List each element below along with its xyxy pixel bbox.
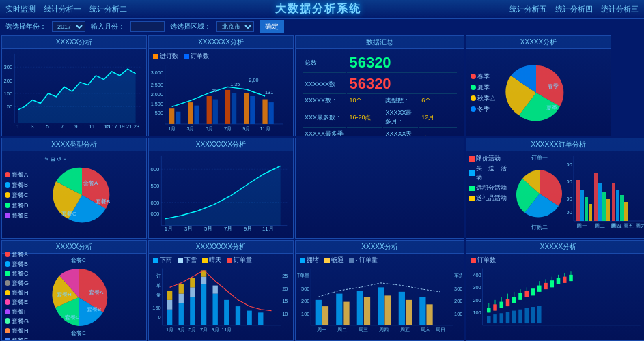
svg-rect-205	[524, 308, 529, 323]
svg-text:2,500: 2,500	[151, 82, 163, 88]
svg-rect-34	[213, 100, 218, 124]
svg-rect-188	[537, 286, 542, 292]
svg-rect-194	[557, 278, 561, 284]
svg-text:7月: 7月	[200, 327, 208, 333]
svg-text:订单量: 订单量	[297, 272, 309, 278]
svg-rect-203	[512, 311, 516, 323]
svg-rect-149	[343, 302, 349, 325]
panel-content-9: 下雨 下雪 晴天 订单量 订 单 量 150 0 25 20 15 10	[149, 254, 293, 341]
region-select[interactable]: 北京市上海市	[216, 21, 254, 32]
svg-text:单: 单	[156, 282, 161, 288]
panel-title-9: XXXXXXXX分析	[149, 241, 293, 254]
region-label: 选选择区域：	[170, 22, 211, 31]
svg-text:10: 10	[282, 311, 288, 317]
svg-rect-152	[378, 287, 384, 325]
nav-line-analysis[interactable]: 线计分析一	[44, 4, 81, 14]
svg-rect-180	[512, 297, 516, 303]
svg-text:50: 50	[7, 104, 13, 110]
svg-text:套餐B: 套餐B	[96, 198, 110, 205]
svg-text:2,000: 2,000	[567, 162, 573, 168]
svg-rect-126	[224, 300, 229, 325]
panel-title-4: XXXXX分析	[466, 36, 611, 49]
svg-text:300: 300	[3, 64, 12, 70]
nav-realtime[interactable]: 实时监测	[5, 4, 36, 14]
panel-stock-chart: XXXXX分析 订单数 400 300 200 100	[466, 240, 644, 341]
svg-rect-206	[531, 307, 535, 323]
svg-rect-186	[531, 288, 535, 295]
svg-text:周二: 周二	[594, 223, 605, 229]
svg-text:500: 500	[301, 286, 309, 292]
svg-rect-201	[500, 313, 504, 323]
svg-text:5: 5	[46, 123, 49, 130]
panel-stats: 数据汇总 总数 56320 XXXXXX数 56320 XXXXX数： 10个 …	[295, 35, 464, 136]
svg-text:套餐E: 套餐E	[71, 330, 85, 336]
panel-bar-chart: XXXXXXX分析 进订数 订单数 3,000 2,500 2,000 1,50…	[148, 35, 294, 136]
svg-text:周四: 周四	[379, 327, 389, 333]
nav-stats-2[interactable]: 统计分析二	[89, 4, 127, 14]
svg-text:7月: 7月	[224, 125, 232, 132]
svg-text:周五: 周五	[400, 327, 410, 333]
panel-content-5: 套餐A 套餐B 套餐C 套餐D 套餐E ✎ ⊞ ↺ ≡ 套餐A 套餐B 套餐C	[2, 151, 146, 239]
svg-text:11月: 11月	[221, 327, 232, 333]
panel-content-11: 订单数 400 300 200 100	[466, 254, 644, 341]
svg-text:150: 150	[3, 91, 12, 97]
svg-rect-115	[179, 303, 184, 325]
panel-meals-pie: XXXX类型分析 套餐A 套餐B 套餐C 套餐D 套餐E ✎ ⊞ ↺ ≡ 套餐A…	[1, 138, 147, 239]
svg-rect-148	[336, 294, 342, 325]
svg-rect-37	[269, 102, 274, 124]
panel-content-7: 降价活动 买一送一活动 远积分活动 送礼品活动 订单一 订购二	[466, 151, 644, 239]
svg-rect-113	[167, 300, 172, 310]
nav-stats-4[interactable]: 统计分析四	[555, 4, 593, 14]
nav-stats-3[interactable]: 统计分析三	[601, 4, 639, 14]
year-select[interactable]: 201720162018	[52, 21, 85, 32]
svg-text:周二: 周二	[337, 327, 347, 333]
svg-text:5月: 5月	[206, 125, 213, 132]
svg-text:200: 200	[473, 297, 481, 303]
svg-rect-119	[190, 287, 195, 297]
svg-text:9: 9	[74, 123, 77, 130]
svg-rect-122	[201, 277, 206, 284]
svg-text:套餐B: 套餐B	[87, 306, 101, 312]
svg-rect-90	[624, 202, 628, 221]
svg-rect-32	[176, 112, 180, 124]
svg-marker-64	[165, 166, 281, 225]
svg-rect-84	[598, 183, 602, 221]
svg-text:3月: 3月	[184, 226, 193, 232]
nav-left[interactable]: 实时监测 线计分析一 统计分析二	[5, 4, 127, 14]
svg-text:9月: 9月	[244, 226, 252, 232]
panel-pie-seasons: XXXXX分析 春季 夏季 秋季△ 冬季 春季 夏季	[466, 35, 611, 136]
panel-content-8: 套餐A 套餐B 套餐C 套餐G 套餐H 套餐E 套餐F 套餐G 套餐H 套餐E …	[2, 254, 146, 341]
svg-text:3月: 3月	[186, 125, 194, 132]
panel-content-10: 拥堵 畅通 · 订单量 订单量 500 200 100 车流量 300 200 …	[296, 254, 464, 341]
svg-rect-154	[399, 292, 405, 325]
svg-rect-156	[419, 297, 425, 325]
svg-text:150: 150	[152, 305, 160, 311]
svg-text:1月: 1月	[165, 226, 173, 232]
svg-text:订: 订	[156, 273, 161, 279]
svg-text:100: 100	[473, 310, 481, 316]
svg-text:131: 131	[265, 89, 273, 95]
svg-text:200: 200	[301, 298, 309, 304]
svg-rect-125	[212, 286, 217, 294]
month-input[interactable]	[130, 21, 165, 32]
svg-text:量: 量	[156, 292, 161, 298]
svg-text:1,000: 1,000	[150, 211, 159, 217]
svg-text:订单一: 订单一	[531, 155, 548, 161]
svg-text:200: 200	[3, 78, 12, 84]
nav-stats-5[interactable]: 统计分析五	[509, 4, 547, 14]
panel-traffic-chart: XXXXX分析 拥堵 畅通 · 订单量 订单量 500 200 100 车流量 …	[295, 240, 464, 341]
svg-text:500: 500	[567, 209, 573, 216]
panel-content-placeholder	[296, 149, 464, 237]
svg-rect-36	[250, 96, 255, 124]
svg-text:套餐C: 套餐C	[71, 257, 86, 263]
svg-rect-147	[322, 306, 328, 325]
svg-rect-184	[524, 291, 529, 297]
svg-rect-178	[506, 299, 510, 306]
svg-text:套餐H: 套餐H	[57, 291, 72, 297]
svg-rect-120	[190, 278, 195, 287]
nav-right[interactable]: 统计分析五 统计分析四 统计分析三	[509, 4, 639, 14]
svg-text:25: 25	[282, 273, 288, 279]
confirm-button[interactable]: 确定	[260, 20, 284, 33]
svg-text:1,500: 1,500	[567, 179, 573, 185]
svg-rect-204	[518, 310, 522, 323]
